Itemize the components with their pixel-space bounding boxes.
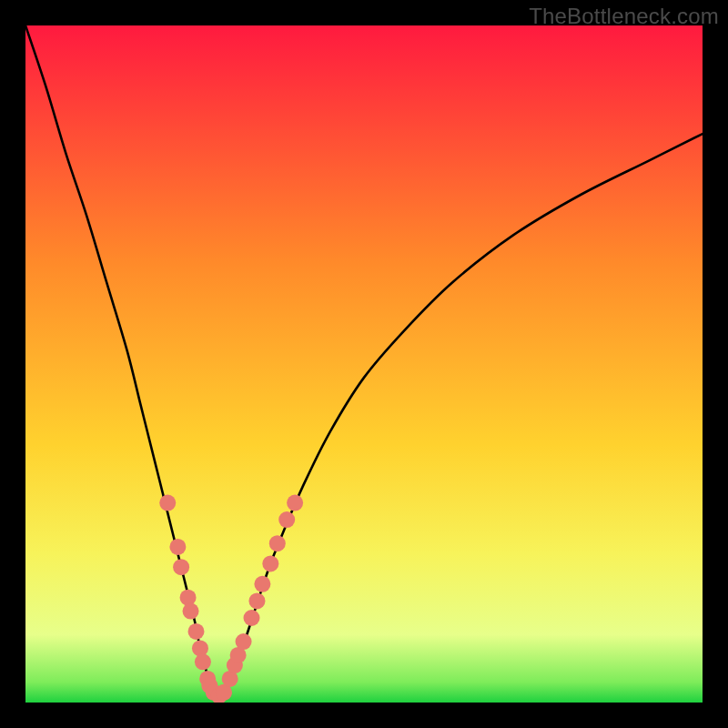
scatter-dot bbox=[187, 623, 204, 640]
scatter-dot bbox=[244, 610, 260, 626]
scatter-dot bbox=[262, 555, 278, 571]
scatter-dot bbox=[287, 495, 303, 511]
scatter-dot bbox=[278, 511, 295, 528]
chart-plot bbox=[25, 25, 703, 703]
scatter-dot bbox=[180, 590, 197, 606]
scatter-dot bbox=[195, 653, 211, 670]
scatter-dot bbox=[169, 539, 186, 555]
scatter-dot bbox=[159, 495, 176, 511]
scatter-dot bbox=[192, 640, 208, 656]
scatter-dot bbox=[236, 633, 252, 650]
scatter-dot bbox=[173, 559, 189, 575]
scatter-dot bbox=[254, 576, 270, 592]
scatter-dot bbox=[248, 592, 265, 609]
watermark-text: TheBottleneck.com bbox=[529, 4, 719, 29]
chart-background bbox=[25, 25, 703, 703]
scatter-dot bbox=[183, 603, 199, 620]
scatter-dot bbox=[269, 535, 286, 551]
